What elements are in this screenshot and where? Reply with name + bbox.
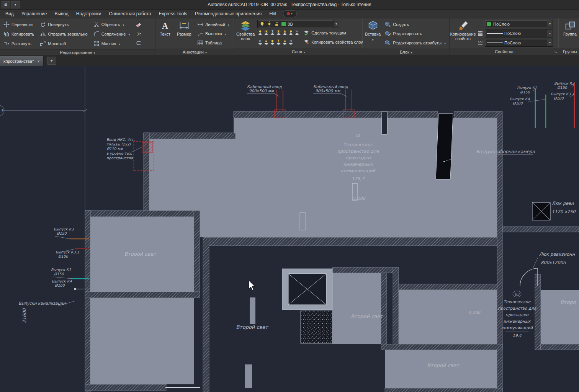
text-button[interactable]: Текст (157, 19, 173, 49)
layer-lock-fade-icon[interactable] (282, 39, 288, 45)
layer-unlock-icon[interactable] (288, 30, 294, 36)
drawing-tab[interactable]: хпространства* × (0, 56, 44, 66)
mirror-button[interactable]: Отразить зеркально (38, 29, 89, 39)
object-color-dropdown[interactable]: ПоСлою (485, 20, 553, 28)
layer-lock-icon[interactable] (282, 30, 288, 36)
chevron-down-icon[interactable] (333, 20, 339, 28)
new-tab-button[interactable]: + (47, 57, 56, 65)
menu-output[interactable]: Вывод (51, 10, 72, 18)
chevron-down-icon (372, 37, 374, 42)
linear-dimension-button[interactable]: Линейный (196, 20, 231, 29)
explode-button[interactable] (134, 29, 143, 39)
quick-access-dropdown-icon[interactable]: ▾ (11, 1, 20, 8)
stretch-button[interactable]: Растянуть (2, 39, 36, 48)
menu-express-tools[interactable]: Express Tools (155, 10, 191, 18)
drawing-area[interactable]: 3 (0, 66, 579, 392)
layer-off-icon[interactable] (257, 30, 263, 36)
menu-collaborate[interactable]: Совместная работа (105, 10, 155, 18)
lineweight-dropdown[interactable]: ПоСлою (485, 29, 553, 38)
layer-state-toggles (257, 30, 300, 36)
cloud-status-icon[interactable] (283, 10, 297, 17)
move-icon (3, 21, 10, 28)
panel-label-modify[interactable]: Редактирование (0, 49, 155, 55)
close-tab-icon[interactable]: × (37, 59, 39, 64)
layer-on-icon[interactable] (270, 39, 275, 45)
layer-on-icon (259, 21, 265, 27)
panel-label-groups[interactable]: Группы (559, 48, 579, 55)
menu-manage[interactable]: Управление (18, 10, 51, 18)
fillet-icon (93, 31, 100, 37)
workspace-icon[interactable]: ▦ (2, 1, 10, 8)
layer-isolate-icon[interactable] (263, 30, 269, 36)
menu-addins[interactable]: Надстройки (72, 10, 105, 18)
layer-thaw-icon[interactable] (276, 39, 281, 45)
color-swatch (487, 21, 492, 26)
panel-properties: Копированиесвойств ПоСлою (450, 18, 559, 55)
svg-text:19,4: 19,4 (512, 333, 522, 338)
panel-label-layers[interactable]: Слои (234, 48, 363, 55)
dimension-icon (179, 20, 190, 31)
cable-entry-leaders (247, 93, 347, 96)
linetype-dropdown[interactable]: ПоСлою (485, 39, 553, 47)
layer-lock-icon[interactable] (263, 39, 269, 45)
match-layer-button[interactable]: Копировать свойства слоя (302, 38, 363, 47)
layer-properties-button[interactable]: Свойстваслоя (236, 19, 255, 48)
menu-featured-apps[interactable]: Рекомендованные приложения (191, 10, 265, 18)
chevron-down-icon[interactable] (547, 20, 553, 28)
edit-attributes-button[interactable]: Редактировать атрибуты (383, 38, 447, 47)
fillet-button[interactable]: Сопряжение (92, 29, 132, 39)
copy-button[interactable]: Копировать (2, 29, 36, 39)
erase-button[interactable] (134, 20, 143, 29)
elevator-shaft (282, 269, 332, 310)
menu-fm[interactable]: FM (265, 10, 280, 18)
svg-text:Ø100: Ø100 (58, 254, 69, 258)
leader-button[interactable]: Выноска (196, 29, 231, 38)
scale-icon (40, 41, 46, 47)
chevron-down-icon (443, 41, 446, 45)
dimension-21600: 21600 (22, 308, 27, 323)
panel-label-properties[interactable]: Свойства (450, 48, 559, 55)
group-button[interactable]: Группа (561, 19, 579, 48)
panel-label-annotation[interactable]: Аннотации (155, 49, 234, 55)
match-properties-icon (458, 20, 468, 31)
make-current-button[interactable]: Сделать текущим (302, 28, 347, 38)
layer-thaw-all-icon[interactable] (276, 30, 281, 36)
axis-label: 3 (1, 109, 3, 113)
chevron-down-icon (227, 22, 229, 27)
lineweight-icon (477, 30, 483, 36)
dimension-button[interactable]: Размер (175, 19, 193, 49)
layer-off-icon[interactable] (288, 39, 294, 45)
svg-text:03: 03 (515, 292, 520, 296)
create-block-button[interactable]: Создать (383, 20, 447, 29)
svg-text:Выпуск К3: Выпуск К3 (54, 227, 74, 231)
chevron-down-icon (118, 41, 120, 46)
layer-freeze-icon[interactable] (257, 39, 263, 45)
layer-walk-icon[interactable] (294, 30, 300, 36)
move-button[interactable]: Перенести (2, 20, 36, 29)
layer-dropdown[interactable]: 0В (257, 20, 339, 28)
table-button[interactable]: Таблица (196, 38, 231, 47)
join-button[interactable] (134, 39, 143, 48)
menu-view[interactable]: Вид (2, 10, 18, 18)
svg-text:Ø150: Ø150 (54, 272, 64, 276)
scale-button[interactable]: Масштаб (38, 39, 89, 48)
svg-text:Второй свет: Второй свет (236, 324, 268, 330)
layer-freeze-icon[interactable] (270, 30, 275, 36)
array-button[interactable]: Массив (92, 39, 132, 48)
svg-text:175,7: 175,7 (352, 176, 365, 181)
edit-block-button[interactable]: Редактировать (383, 29, 447, 38)
trim-button[interactable]: Обрезать (92, 20, 132, 29)
svg-text:гильзы (2х2): гильзы (2х2) (106, 142, 131, 146)
panel-label-block[interactable]: Блок (363, 49, 449, 55)
dialog-launcher-icon[interactable] (554, 50, 557, 54)
rotate-button[interactable]: Повернуть (38, 20, 89, 29)
chevron-down-icon[interactable] (547, 30, 553, 37)
table-icon (197, 40, 203, 46)
svg-text:Выпуск К2: Выпуск К2 (517, 86, 538, 90)
chevron-down-icon[interactable] (547, 39, 553, 46)
window-title: Autodesk AutoCAD 2019 -ОВ_00 этаж _Техпр… (0, 2, 579, 7)
join-icon (136, 40, 142, 46)
match-properties-button[interactable]: Копированиесвойств (451, 19, 474, 48)
svg-text:Второ: Второ (560, 299, 576, 305)
insert-block-button[interactable]: Вставка (365, 19, 381, 49)
